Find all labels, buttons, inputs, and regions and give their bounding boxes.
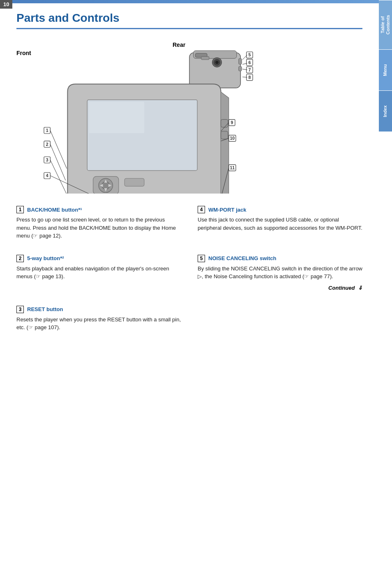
desc-title-4: WM-PORT jack: [208, 207, 246, 213]
svg-text:4: 4: [46, 173, 48, 178]
svg-rect-8: [239, 66, 242, 71]
desc-number-3: 3: [16, 306, 24, 313]
page-number: 10: [0, 0, 12, 9]
desc-number-1: 1: [16, 206, 24, 213]
svg-text:2: 2: [46, 142, 48, 147]
desc-number-4: 4: [198, 206, 205, 213]
desc-body-1: Press to go up one list screen level, or…: [16, 216, 181, 240]
svg-rect-6: [201, 56, 209, 60]
svg-text:11: 11: [230, 165, 235, 170]
desc-body-5: By sliding the NOISE CANCELING switch in…: [198, 265, 362, 281]
tab-menu[interactable]: Menu: [379, 49, 392, 90]
diagram-area: Front Rear: [16, 37, 362, 194]
svg-text:7: 7: [248, 67, 251, 72]
desc-title-3: RESET button: [27, 306, 63, 312]
desc-item-1: 1 BACK/HOME button*¹ Press to go up one …: [16, 206, 181, 240]
svg-text:10: 10: [230, 136, 235, 141]
svg-text:9: 9: [231, 120, 233, 125]
svg-rect-30: [125, 178, 144, 186]
desc-item-4: 4 WM-PORT jack Use this jack to connect …: [198, 206, 362, 240]
desc-body-3: Resets the player when you press the RES…: [16, 316, 181, 332]
desc-item-2: 2 5-way button*² Starts playback and ena…: [16, 255, 181, 291]
svg-rect-7: [239, 58, 242, 64]
sidebar-tabs: Table ofContents Menu Index: [379, 0, 392, 563]
svg-text:3: 3: [46, 157, 48, 162]
svg-line-36: [50, 130, 67, 168]
svg-text:6: 6: [248, 60, 251, 65]
svg-text:5: 5: [248, 52, 251, 57]
page-title: Parts and Controls: [16, 12, 362, 25]
desc-body-2: Starts playback and enables navigation o…: [16, 265, 181, 281]
svg-rect-33: [221, 131, 228, 139]
svg-rect-22: [89, 102, 144, 134]
svg-text:8: 8: [248, 75, 251, 80]
desc-header-1: 1 BACK/HOME button*¹: [16, 206, 181, 213]
desc-header-4: 4 WM-PORT jack: [198, 206, 362, 213]
desc-number-5: 5: [198, 255, 205, 262]
desc-header-3: 3 RESET button: [16, 306, 181, 313]
svg-rect-32: [221, 120, 228, 127]
svg-text:1: 1: [46, 128, 48, 133]
svg-point-5: [215, 61, 219, 64]
main-content: Parts and Controls Front Rear: [0, 3, 379, 355]
desc-header-2: 2 5-way button*²: [16, 255, 181, 262]
title-section: Parts and Controls: [16, 3, 362, 29]
top-bar: [0, 0, 392, 3]
svg-line-39: [50, 144, 65, 180]
desc-title-1: BACK/HOME button*¹: [27, 207, 82, 213]
continued-label: Continued ⇓: [198, 285, 362, 291]
desc-title-2: 5-way button*²: [27, 255, 64, 261]
desc-body-4: Use this jack to connect the supplied US…: [198, 216, 362, 232]
desc-item-3: 3 RESET button Resets the player when yo…: [16, 306, 181, 332]
tab-index[interactable]: Index: [379, 90, 392, 132]
tab-table-of-contents[interactable]: Table ofContents: [379, 0, 392, 49]
desc-number-2: 2: [16, 255, 24, 262]
desc-header-5: 5 NOISE CANCELING switch: [198, 255, 362, 262]
descriptions-grid: 1 BACK/HOME button*¹ Press to go up one …: [16, 206, 362, 338]
desc-title-5: NOISE CANCELING switch: [208, 255, 276, 261]
device-illustration: 5 6 7 8: [16, 37, 362, 194]
continued-arrow: ⇓: [358, 285, 362, 291]
desc-item-5: 5 NOISE CANCELING switch By sliding the …: [198, 255, 362, 291]
